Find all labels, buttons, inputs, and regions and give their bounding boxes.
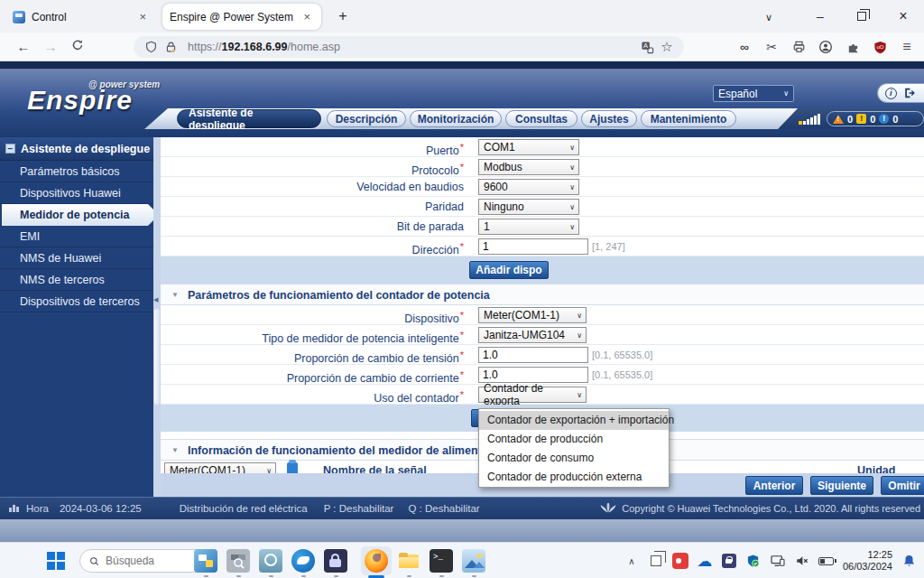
q-status: Q : Deshabilitar — [408, 503, 479, 514]
browser-tab-control[interactable]: Control × — [7, 4, 155, 30]
new-tab-button[interactable]: + — [332, 5, 354, 27]
dropdown-option-consumo[interactable]: Contador de consumo — [479, 449, 669, 468]
desktop-preview-app-icon[interactable] — [194, 549, 217, 573]
logout-icon[interactable] — [903, 87, 917, 99]
splitter-collapse-icon[interactable]: ◀ — [153, 296, 158, 303]
dropdown-option-produccion[interactable]: Contador de producción — [479, 430, 669, 449]
tab-close-icon[interactable]: × — [300, 10, 314, 23]
cast-monitor-icon[interactable] — [770, 553, 786, 569]
puerto-select[interactable]: COM1∨ — [478, 139, 579, 155]
paridad-select[interactable]: Ninguno∨ — [478, 199, 579, 215]
dropdown-option-produccion-externa[interactable]: Contador de producción externa — [479, 468, 669, 487]
lock-tray-icon[interactable] — [721, 553, 737, 569]
firefox-app-icon[interactable] — [365, 549, 388, 573]
language-select[interactable]: Español ∨ — [713, 85, 794, 102]
taskbar-search[interactable] — [79, 549, 206, 573]
restore-button[interactable] — [841, 0, 882, 33]
minimize-button[interactable]: – — [799, 0, 841, 33]
volume-muted-icon[interactable] — [794, 553, 810, 569]
lock-warning-icon[interactable] — [161, 37, 180, 57]
form-content: Puerto* COM1∨ Protocolo* Modbus∨ Velocid… — [161, 137, 924, 497]
extensions-puzzle-icon[interactable] — [843, 37, 863, 57]
window-stack-icon[interactable] — [648, 553, 664, 569]
password-manager-app-icon[interactable] — [324, 549, 347, 573]
sidebar-item-medidor-de-potencia[interactable]: Medidor de potencia — [0, 204, 153, 226]
notification-bell-icon[interactable] — [901, 553, 917, 569]
sidebar-item-dispositivos-terceros[interactable]: Dispositivos de terceros — [0, 291, 153, 312]
nav-tab-mantenimiento[interactable]: Mantenimiento — [641, 110, 736, 127]
previous-button[interactable]: Anterior — [745, 476, 803, 495]
restore-icon — [857, 12, 866, 21]
corriente-input[interactable] — [478, 367, 588, 383]
bookmark-star-icon[interactable]: ☆ — [657, 37, 677, 57]
skip-button[interactable]: Omitir — [881, 476, 924, 495]
printer-icon[interactable] — [789, 37, 808, 57]
browser-tab-enspire[interactable]: Enspire @ Power System × — [162, 4, 321, 30]
photos-app-icon[interactable] — [462, 549, 485, 573]
nav-tab-monitorizacion[interactable]: Monitorización — [410, 110, 502, 127]
tension-input[interactable] — [478, 347, 588, 363]
sidebar-item-emi[interactable]: EMI — [0, 226, 153, 247]
browser-titlebar: Control × Enspire @ Power System × + ∨ –… — [0, 0, 924, 33]
form-row-dispositivo: Dispositivo* Meter(COM1-1)∨ — [161, 305, 924, 325]
add-device-button[interactable]: Añadir dispo — [469, 261, 549, 279]
forward-button[interactable]: → — [40, 37, 61, 57]
collapse-minus-icon[interactable]: − — [5, 144, 15, 154]
dispositivo-select[interactable]: Meter(COM1-1)∨ — [478, 307, 587, 323]
terminal-app-icon[interactable]: >_ — [430, 549, 453, 573]
network-scanner-app-icon[interactable] — [226, 549, 250, 573]
security-shield-icon[interactable] — [745, 553, 762, 569]
sidebar-splitter[interactable]: ◀ — [153, 137, 161, 497]
pocket-icon[interactable]: ∞ — [735, 37, 754, 57]
translate-icon[interactable]: A — [637, 37, 657, 57]
account-icon[interactable] — [816, 37, 836, 57]
menu-hamburger-icon[interactable]: ≡ — [897, 37, 917, 57]
uso-contador-select[interactable]: Contador de exporta∨ — [478, 387, 587, 403]
recorder-tray-icon[interactable] — [672, 553, 688, 569]
tab-close-icon[interactable]: × — [135, 10, 150, 23]
nav-tab-descripcion[interactable]: Descripción — [327, 110, 406, 127]
nav-tab-ajustes[interactable]: Ajustes — [581, 110, 637, 127]
url-bar[interactable]: https://192.168.6.99/home.asp A ☆ — [134, 36, 684, 58]
sidebar-item-parametros-basicos[interactable]: Parámetros básicos — [0, 161, 153, 182]
close-button[interactable]: × — [882, 0, 924, 33]
sidebar-item-dispositivos-huawei[interactable]: Dispositivos Huawei — [0, 182, 153, 204]
direccion-input[interactable] — [478, 238, 588, 255]
form-row-bit-parada: Bit de parada 1∨ — [161, 217, 924, 237]
dropdown-option-exportacion[interactable]: Contador de exportación + importación — [479, 411, 669, 430]
nav-tab-asistente[interactable]: Asistente de despliegue — [177, 109, 321, 128]
window-controls: – × — [799, 0, 924, 33]
q-app-icon[interactable] — [259, 549, 282, 573]
tracking-shield-icon[interactable] — [141, 37, 161, 57]
taskbar-clock[interactable]: 12:25 06/03/2024 — [843, 549, 892, 573]
start-button[interactable] — [47, 552, 65, 570]
section-contador-parametros[interactable]: ▼ Parámetros de funcionamiento del conta… — [161, 284, 924, 305]
file-explorer-app-icon[interactable] — [397, 549, 420, 573]
next-button[interactable]: Siguiente — [810, 476, 873, 495]
nav-tab-consultas[interactable]: Consultas — [505, 110, 578, 127]
protocolo-select[interactable]: Modbus∨ — [478, 159, 579, 175]
scrollbar-thumb[interactable] — [154, 309, 160, 405]
battery-icon[interactable] — [818, 553, 835, 569]
sidebar-header[interactable]: − Asistente de despliegue — [0, 137, 153, 161]
system-tray: ∧ ☁ 12:25 06/03/2024 — [624, 543, 924, 578]
search-input[interactable] — [106, 555, 196, 567]
caret-icon: ∨ — [569, 223, 575, 231]
screenshot-scissors-icon[interactable]: ✂ — [762, 37, 781, 57]
grid-distribution-label: Distribución de red eléctrica — [180, 503, 308, 514]
back-button[interactable]: ← — [13, 37, 34, 57]
sidebar-item-nms-huawei[interactable]: NMS de Huawei — [0, 247, 153, 269]
reload-button[interactable] — [67, 37, 88, 57]
tipo-medidor-select[interactable]: Janitza-UMG104∨ — [478, 327, 587, 343]
baudios-select[interactable]: 9600∨ — [478, 179, 579, 195]
required-asterisk: * — [460, 162, 464, 172]
sidebar-item-nms-terceros[interactable]: NMS de terceros — [0, 269, 153, 291]
tab-list-chevron-icon[interactable]: ∨ — [758, 7, 780, 27]
tray-chevron-up-icon[interactable]: ∧ — [624, 553, 640, 569]
alarm-counters[interactable]: 0 ! 0 ! 0 — [827, 111, 924, 126]
onedrive-cloud-icon[interactable]: ☁ — [697, 553, 713, 569]
info-icon[interactable]: i — [885, 88, 897, 99]
thunderbird-app-icon[interactable] — [291, 549, 315, 573]
bit-parada-select[interactable]: 1∨ — [478, 219, 579, 235]
ublock-shield-icon[interactable]: uO — [870, 37, 890, 57]
